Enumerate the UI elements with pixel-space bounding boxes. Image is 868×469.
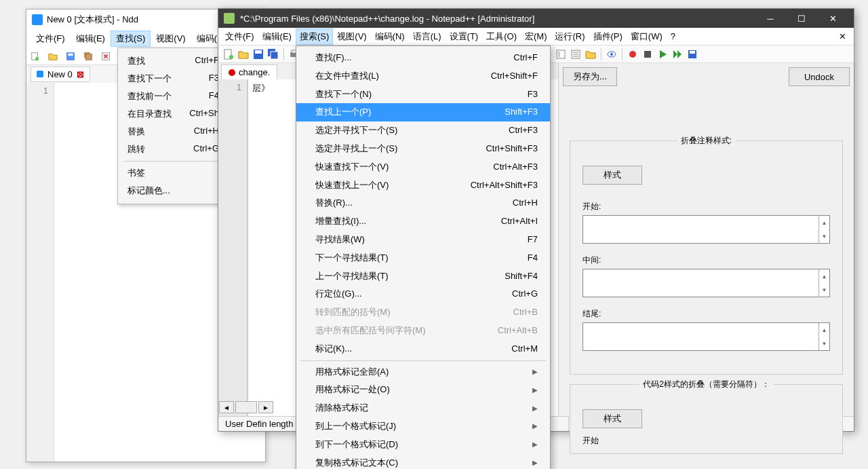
npp-menu-view[interactable]: 视图(V) xyxy=(333,29,370,45)
npp-dd-match-brace[interactable]: 转到匹配的括号(M)Ctrl+B xyxy=(296,303,550,322)
svg-rect-11 xyxy=(255,50,262,54)
ndd-menu-edit[interactable]: 编辑(E) xyxy=(71,31,111,47)
maximize-button[interactable]: ☐ xyxy=(786,9,817,28)
scroll-track[interactable] xyxy=(235,401,257,413)
ndd-dd-replace[interactable]: 替换Ctrl+H xyxy=(118,123,229,140)
close-icon[interactable] xyxy=(101,52,111,61)
start-input[interactable]: ▲▼ xyxy=(583,215,830,244)
npp-dd-copy-style[interactable]: 复制格式标记文本(C)▶ xyxy=(296,454,550,469)
tb-open-icon[interactable] xyxy=(237,48,250,60)
npp-dd-sel-find-prev[interactable]: 选定并寻找上一个(S)Ctrl+Shift+F3 xyxy=(296,140,550,158)
npp-dd-sel-brace[interactable]: 选中所有匹配括号间字符(M)Ctrl+Alt+B xyxy=(296,322,550,340)
tb-monitor-icon[interactable] xyxy=(606,48,618,60)
npp-menu-mdi-close[interactable]: × xyxy=(834,31,851,43)
tb-docmap-icon[interactable] xyxy=(555,48,567,60)
svg-point-1 xyxy=(35,56,39,60)
ndd-dd-find[interactable]: 查找Ctrl+F xyxy=(118,52,229,70)
new-file-icon[interactable] xyxy=(31,52,40,61)
npp-menu-encoding[interactable]: 编码(N) xyxy=(371,29,409,45)
npp-tab-changelog[interactable]: change. xyxy=(221,64,277,79)
tb-savesession-icon[interactable] xyxy=(686,48,698,60)
npp-dd-sel-find-next[interactable]: 选定并寻找下一个(S)Ctrl+F3 xyxy=(296,121,550,140)
svg-rect-13 xyxy=(271,52,278,59)
npp-dd-prev-style[interactable]: 到上一个格式标记(J)▶ xyxy=(296,417,550,436)
npp-menu-file[interactable]: 文件(F) xyxy=(221,29,258,45)
save-all-icon[interactable] xyxy=(83,52,93,61)
style-button-1[interactable]: 样式 xyxy=(583,166,642,185)
minimize-button[interactable]: ─ xyxy=(755,9,786,28)
npp-dd-clear-style[interactable]: 清除格式标记▶ xyxy=(296,399,550,417)
npp-dd-find[interactable]: 查找(F)...Ctrl+F xyxy=(296,49,550,67)
npp-menu-settings[interactable]: 设置(T) xyxy=(446,29,483,45)
npp-menu-help[interactable]: ? xyxy=(667,29,679,43)
style-button-2[interactable]: 样式 xyxy=(583,409,642,428)
svg-rect-5 xyxy=(86,54,92,60)
npp-dd-replace[interactable]: 替换(R)...Ctrl+H xyxy=(296,194,550,212)
svg-rect-7 xyxy=(224,13,235,24)
npp-dd-style-one[interactable]: 用格式标记一处(O)▶ xyxy=(296,381,550,399)
ndd-dd-find-prev[interactable]: 查找前一个F4 xyxy=(118,88,229,105)
tb-stop-icon[interactable] xyxy=(642,48,654,60)
npp-menu-tools[interactable]: 工具(O) xyxy=(482,29,521,45)
tab-close-icon[interactable]: ⊠ xyxy=(77,69,84,79)
npp-dd-quick-prev[interactable]: 快速查找上一个(V)Ctrl+Alt+Shift+F3 xyxy=(296,176,550,195)
ndd-app-icon xyxy=(32,14,43,25)
npp-dd-next-result[interactable]: 下一个寻找结果(T)F4 xyxy=(296,249,550,267)
save-icon[interactable] xyxy=(66,52,75,61)
npp-dd-mark[interactable]: 标记(K)...Ctrl+M xyxy=(296,340,550,358)
ndd-menu-search[interactable]: 查找(S) xyxy=(111,31,151,47)
scroll-left-icon[interactable]: ◄ xyxy=(219,401,234,413)
close-button[interactable]: ✕ xyxy=(817,9,848,28)
save-as-button[interactable]: 另存为... xyxy=(563,67,617,86)
ndd-dd-mark-color[interactable]: 标记颜色... xyxy=(118,182,229,200)
undock-button[interactable]: Undock xyxy=(789,67,850,86)
tb-playmulti-icon[interactable] xyxy=(671,48,684,60)
npp-dd-incremental[interactable]: 增量查找(I)...Ctrl+Alt+I xyxy=(296,212,550,231)
npp-right-panel: 另存为... Undock 折叠注释样式: 样式 开始: ▲▼ 中间: ▲▼ 结… xyxy=(559,63,854,416)
separator xyxy=(300,360,546,361)
scroll-right-icon[interactable]: ► xyxy=(258,401,273,413)
svg-point-33 xyxy=(610,53,613,56)
npp-dd-goto[interactable]: 行定位(G)...Ctrl+G xyxy=(296,285,550,303)
svg-rect-30 xyxy=(558,52,560,57)
npp-dd-results[interactable]: 寻找结果(W)F7 xyxy=(296,231,550,249)
npp-app-icon xyxy=(224,13,235,24)
npp-dd-find-in-files[interactable]: 在文件中查找(L)Ctrl+Shift+F xyxy=(296,67,550,86)
tb-new-icon[interactable] xyxy=(222,48,235,60)
npp-menu-search[interactable]: 搜索(S) xyxy=(296,29,333,45)
tb-funclist-icon[interactable] xyxy=(570,48,582,60)
ndd-menu-file[interactable]: 文件(F) xyxy=(31,31,71,47)
npp-dd-find-prev[interactable]: 查找上一个(P)Shift+F3 xyxy=(296,103,550,121)
ndd-dd-find-next[interactable]: 查找下一个F3 xyxy=(118,70,229,88)
npp-menu-lang[interactable]: 语言(L) xyxy=(409,29,446,45)
open-file-icon[interactable] xyxy=(48,52,58,61)
ndd-tab-new0[interactable]: New 0 ⊠ xyxy=(31,67,90,82)
npp-menu-macro[interactable]: 宏(M) xyxy=(521,29,551,45)
npp-gutter: 1 xyxy=(218,79,248,416)
tb-record-icon[interactable] xyxy=(627,48,639,60)
npp-menu-edit[interactable]: 编辑(E) xyxy=(258,29,296,45)
npp-dd-prev-result[interactable]: 上一个寻找结果(T)Shift+F4 xyxy=(296,267,550,286)
npp-menubar: 文件(F) 编辑(E) 搜索(S) 视图(V) 编码(N) 语言(L) 设置(T… xyxy=(218,28,854,45)
section-title: 折叠注释样式: xyxy=(677,135,736,147)
mid-input[interactable]: ▲▼ xyxy=(583,269,830,297)
tb-play-icon[interactable] xyxy=(656,48,669,60)
tb-saveall-icon[interactable] xyxy=(267,48,279,60)
tb-save-icon[interactable] xyxy=(252,48,264,60)
npp-menu-run[interactable]: 运行(R) xyxy=(551,29,589,45)
npp-dd-next-style[interactable]: 到下一个格式标记(D)▶ xyxy=(296,436,550,454)
ndd-dd-bookmark[interactable]: 书签 xyxy=(118,164,229,182)
npp-menu-window[interactable]: 窗口(W) xyxy=(627,29,667,45)
ndd-menu-view[interactable]: 视图(V) xyxy=(151,31,191,47)
tb-folder-icon[interactable] xyxy=(585,48,597,60)
npp-dd-quick-next[interactable]: 快速查找下一个(V)Ctrl+Alt+F3 xyxy=(296,158,550,176)
ndd-dd-find-dir[interactable]: 在目录查找Ctrl+Sh xyxy=(118,105,229,123)
npp-dd-style-all[interactable]: 用格式标记全部(A)▶ xyxy=(296,363,550,381)
svg-point-9 xyxy=(229,55,233,59)
section2-title: 代码2样式的折叠（需要分隔符）： xyxy=(639,379,774,390)
npp-menu-plugins[interactable]: 插件(P) xyxy=(589,29,627,45)
npp-dd-find-next[interactable]: 查找下一个(N)F3 xyxy=(296,86,550,104)
end-input[interactable]: ▲▼ xyxy=(583,322,830,351)
ndd-dd-goto[interactable]: 跳转Ctrl+G xyxy=(118,140,229,158)
end-label: 结尾: xyxy=(583,308,830,320)
